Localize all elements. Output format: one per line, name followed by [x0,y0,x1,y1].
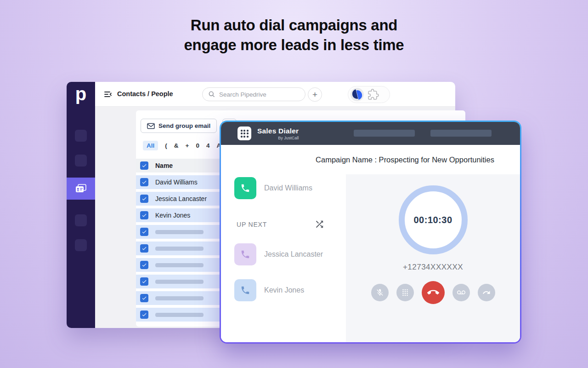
cell-name: Kevin Jones [155,212,190,219]
forward-icon [482,288,491,297]
queue-call-item[interactable]: Jessica Lancaster [234,243,346,265]
dialer-header: Sales Dialer By JustCall [221,122,520,145]
column-header-name[interactable]: Name [155,162,173,169]
breadcrumb-section: Contacts / [117,90,149,98]
placeholder-bar [155,296,204,300]
queue-call-item[interactable]: Kevin Jones [234,279,346,301]
cell-name: Jessica Lancaster [155,195,207,202]
sidebar-item-placeholder[interactable] [75,239,87,251]
sidebar-item-contacts[interactable] [67,178,95,200]
row-checkbox[interactable] [140,294,148,302]
sidebar-item-placeholder[interactable] [75,214,87,226]
header-placeholder-bar [354,130,415,137]
filter-+[interactable]: + [186,142,189,149]
contacts-card-icon [75,184,87,194]
placeholder-bar [155,280,204,284]
send-group-email-label: Send group email [158,122,210,129]
call-queue-panel: David Williams UP NEXT Jessica Lancaster… [221,174,346,342]
sidebar-item-placeholder[interactable] [75,155,87,167]
row-checkbox[interactable] [140,228,148,236]
shuffle-icon[interactable] [314,219,325,230]
justcall-logo-icon [351,88,364,101]
send-group-email-button[interactable]: Send group email [141,119,217,133]
queue-phone-icon [234,279,256,301]
dialer-app-name: Sales Dialer [257,127,299,135]
puzzle-icon [368,89,379,100]
filter-0[interactable]: 0 [196,142,199,149]
current-call-item[interactable]: David Williams [234,177,346,199]
cell-name: David Williams [155,178,198,186]
pipedrive-topbar: Contacts / People Search Pipedrive + [95,82,455,107]
account-pill[interactable] [348,86,390,103]
up-next-row: UP NEXT [237,219,325,230]
pipedrive-logo: p [67,84,95,104]
sidebar-item-placeholder[interactable] [75,130,87,142]
mic-off-icon [376,288,384,297]
row-checkbox[interactable] [140,178,148,186]
dialer-grid-icon [237,126,251,140]
call-phone-number: +12734XXXXXX [403,263,463,272]
campaign-name-label: Campaign Name : Prospecting for New Oppo… [221,145,520,174]
voicemail-icon [457,288,465,297]
sales-dialer-modal: Sales Dialer By JustCall Campaign Name :… [220,121,521,344]
filter-([interactable]: ( [165,142,167,149]
pipedrive-sidebar: p [67,82,95,328]
filter-all[interactable]: All [143,141,158,150]
dialer-app-title: Sales Dialer By JustCall [257,127,299,140]
mic-off-button[interactable] [371,284,389,301]
breadcrumb[interactable]: Contacts / People [117,90,173,98]
headline-line1: Run auto dial campaigns and [0,15,588,35]
forward-button[interactable] [478,284,495,301]
sidebar-collapse-icon[interactable] [103,90,113,99]
placeholder-bar [155,263,204,267]
select-all-checkbox[interactable] [140,161,148,170]
row-checkbox[interactable] [140,244,148,253]
active-call-phone-icon [234,177,256,199]
row-checkbox[interactable] [140,277,148,286]
row-checkbox[interactable] [140,261,148,269]
call-controls [371,281,495,304]
breadcrumb-current: People [151,90,173,98]
envelope-icon [147,123,155,129]
hang-up-icon [427,287,439,299]
queue-call-name: Kevin Jones [264,286,304,294]
keypad-button[interactable] [396,284,414,301]
row-checkbox[interactable] [140,310,148,319]
search-input[interactable]: Search Pipedrive [202,87,305,101]
voicemail-button[interactable] [452,284,470,301]
filter-&[interactable]: & [174,142,179,149]
row-checkbox[interactable] [140,195,148,203]
search-placeholder: Search Pipedrive [219,91,266,98]
active-call-panel: 00:10:30 +12734XXXXXX [346,174,520,342]
current-call-name: David Williams [264,184,312,192]
queue-phone-icon [234,243,256,265]
plus-icon: + [312,90,317,100]
header-placeholder-bar [430,130,492,137]
page-title: Run auto dial campaigns and engage more … [0,15,588,55]
dialer-app-byline: By JustCall [278,136,299,140]
quick-add-button[interactable]: + [308,87,322,102]
hang-up-button[interactable] [422,281,445,304]
filter-4[interactable]: 4 [206,142,210,149]
placeholder-bar [155,313,204,317]
call-timer: 00:10:30 [413,215,452,225]
keypad-icon [401,288,409,297]
row-checkbox[interactable] [140,211,148,219]
call-timer-ring: 00:10:30 [399,185,468,254]
placeholder-bar [155,247,204,251]
search-icon [208,91,215,98]
headline-line2: engage more leads in less time [0,35,588,55]
up-next-label: UP NEXT [237,221,267,228]
queue-call-name: Jessica Lancaster [264,250,323,259]
placeholder-bar [155,230,204,234]
